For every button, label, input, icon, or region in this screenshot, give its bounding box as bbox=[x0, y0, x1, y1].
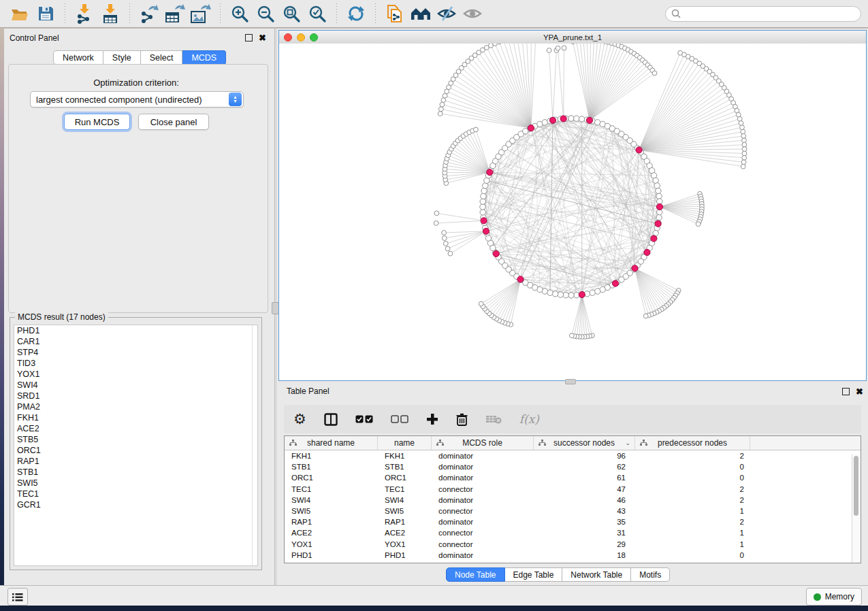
mcds-node[interactable] bbox=[656, 203, 662, 210]
network-node[interactable] bbox=[438, 107, 443, 112]
network-node[interactable] bbox=[442, 236, 447, 241]
deselect-all-checkboxes-icon[interactable] bbox=[391, 410, 408, 428]
network-node[interactable] bbox=[742, 147, 747, 152]
network-node[interactable] bbox=[443, 93, 447, 98]
network-node[interactable] bbox=[574, 293, 579, 298]
network-node[interactable] bbox=[438, 112, 443, 116]
open-session-icon[interactable] bbox=[9, 3, 31, 24]
network-node[interactable] bbox=[656, 188, 661, 193]
mcds-result-item[interactable]: YOX1 bbox=[14, 369, 257, 380]
table-scrollbar-track[interactable] bbox=[852, 455, 860, 563]
network-node[interactable] bbox=[481, 193, 486, 199]
network-graph[interactable] bbox=[279, 44, 866, 381]
tab-network[interactable]: Network bbox=[53, 50, 103, 65]
refresh-view-icon[interactable] bbox=[345, 3, 367, 24]
network-node[interactable] bbox=[569, 333, 574, 338]
network-node[interactable] bbox=[441, 98, 446, 103]
network-node[interactable] bbox=[742, 151, 747, 156]
zoom-out-icon[interactable] bbox=[255, 3, 276, 24]
mcds-result-item[interactable]: STB1 bbox=[14, 467, 257, 478]
mcds-node[interactable] bbox=[655, 220, 661, 227]
mcds-node[interactable] bbox=[528, 125, 534, 131]
network-node[interactable] bbox=[568, 293, 574, 298]
network-node[interactable] bbox=[488, 44, 493, 48]
close-panel-icon[interactable]: ✖ bbox=[259, 35, 266, 41]
table-row[interactable]: ACE2ACE2connector311 bbox=[285, 527, 861, 538]
table-row[interactable]: YOX1YOX1connector291 bbox=[285, 539, 861, 550]
mcds-result-item[interactable]: FKH1 bbox=[14, 412, 257, 423]
network-node[interactable] bbox=[481, 188, 487, 193]
mcds-result-item[interactable]: STB5 bbox=[14, 434, 257, 445]
add-column-icon[interactable] bbox=[426, 410, 438, 428]
run-mcds-button[interactable]: Run MCDS bbox=[64, 114, 130, 130]
export-image-icon[interactable] bbox=[190, 3, 212, 24]
network-node[interactable] bbox=[643, 314, 648, 318]
mcds-result-item[interactable]: RAP1 bbox=[14, 456, 257, 467]
zoom-in-icon[interactable] bbox=[229, 3, 251, 24]
mcds-node[interactable] bbox=[579, 291, 585, 297]
network-node[interactable] bbox=[652, 71, 657, 76]
network-node[interactable] bbox=[741, 133, 746, 138]
select-all-checkboxes-icon[interactable] bbox=[355, 410, 373, 428]
show-console-button[interactable] bbox=[7, 588, 28, 606]
network-node[interactable] bbox=[480, 210, 485, 215]
clone-network-icon[interactable] bbox=[384, 3, 406, 24]
column-header-successor-nodes[interactable]: successor nodes ⌄ bbox=[534, 436, 635, 450]
float-panel-icon[interactable] bbox=[245, 34, 253, 42]
table-row[interactable]: TEC1TEC1connector472 bbox=[285, 484, 861, 495]
network-node[interactable] bbox=[547, 48, 551, 53]
export-table-icon[interactable] bbox=[164, 3, 186, 24]
column-header-shared-name[interactable]: shared name bbox=[285, 436, 378, 450]
show-networks-icon[interactable] bbox=[410, 3, 432, 24]
network-node[interactable] bbox=[497, 44, 502, 44]
tab-motifs[interactable]: Motifs bbox=[631, 567, 670, 582]
horizontal-split-handle[interactable] bbox=[565, 379, 576, 384]
network-node[interactable] bbox=[562, 46, 566, 50]
tab-select[interactable]: Select bbox=[141, 50, 183, 65]
table-row[interactable]: FKH1FKH1dominator962 bbox=[285, 450, 861, 461]
network-node[interactable] bbox=[742, 156, 747, 161]
hide-selected-eye-slash-icon[interactable] bbox=[436, 3, 457, 24]
network-node[interactable] bbox=[590, 290, 595, 295]
network-node[interactable] bbox=[654, 183, 660, 188]
mcds-node[interactable] bbox=[632, 265, 638, 271]
mcds-result-item[interactable]: SWI4 bbox=[14, 380, 257, 391]
network-node[interactable] bbox=[656, 214, 662, 220]
network-node[interactable] bbox=[570, 44, 575, 44]
column-menu-chevron-icon[interactable]: ⌄ bbox=[625, 440, 630, 446]
mcds-result-item[interactable]: SRD1 bbox=[14, 391, 257, 401]
table-row[interactable]: RAP1RAP1dominator352 bbox=[285, 516, 861, 527]
table-settings-gear-icon[interactable]: ⚙ bbox=[293, 410, 306, 428]
network-node[interactable] bbox=[656, 193, 662, 199]
network-node[interactable] bbox=[480, 204, 485, 210]
network-node[interactable] bbox=[474, 127, 479, 132]
network-node[interactable] bbox=[742, 142, 747, 147]
network-node[interactable] bbox=[558, 292, 563, 297]
mcds-node[interactable] bbox=[636, 147, 642, 153]
table-row[interactable]: PHD1PHD1dominator180 bbox=[285, 550, 861, 561]
table-row[interactable]: SWI5SWI5connector431 bbox=[285, 506, 861, 516]
mcds-result-item[interactable]: TEC1 bbox=[14, 489, 257, 499]
network-node[interactable] bbox=[434, 211, 439, 216]
zoom-fit-icon[interactable] bbox=[280, 3, 302, 24]
close-panel-button[interactable]: Close panel bbox=[138, 114, 209, 130]
import-table-icon[interactable] bbox=[99, 3, 121, 24]
network-node[interactable] bbox=[741, 129, 745, 134]
mcds-result-item[interactable]: TID3 bbox=[14, 358, 257, 369]
table-row[interactable]: SWI4SWI4dominator462 bbox=[285, 495, 861, 506]
mcds-node[interactable] bbox=[651, 235, 657, 242]
network-node[interactable] bbox=[740, 125, 745, 130]
network-node[interactable] bbox=[741, 160, 746, 165]
mcds-result-item[interactable]: SWI5 bbox=[14, 478, 257, 489]
delete-column-trash-icon[interactable] bbox=[456, 410, 468, 428]
network-canvas[interactable] bbox=[279, 44, 866, 380]
mcds-result-item[interactable]: GCR1 bbox=[14, 499, 257, 510]
mcds-node[interactable] bbox=[612, 280, 618, 286]
mcds-result-item[interactable]: STP4 bbox=[14, 347, 257, 358]
network-node[interactable] bbox=[574, 116, 579, 121]
network-node[interactable] bbox=[741, 164, 745, 169]
network-node[interactable] bbox=[579, 116, 584, 122]
table-scrollbar-thumb[interactable] bbox=[854, 456, 858, 516]
table-row[interactable]: ORC1ORC1dominator610 bbox=[285, 472, 861, 483]
mcds-node[interactable] bbox=[483, 228, 489, 234]
